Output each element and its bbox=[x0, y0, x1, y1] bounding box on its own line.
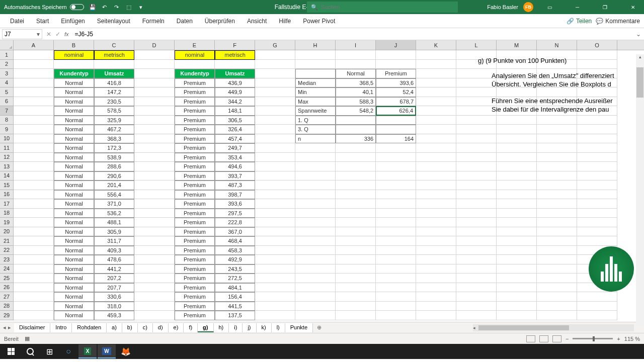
minimize-button[interactable]: ─ bbox=[566, 0, 589, 14]
column-header-I[interactable]: I bbox=[336, 40, 376, 50]
cell-M19[interactable] bbox=[497, 218, 537, 227]
cell-F21[interactable]: 468,4 bbox=[215, 236, 255, 246]
page-layout-view-icon[interactable] bbox=[539, 335, 548, 342]
cell-O10[interactable] bbox=[577, 134, 617, 144]
cell-C15[interactable]: 201,4 bbox=[94, 180, 134, 190]
cell-M25[interactable] bbox=[497, 274, 537, 283]
customize-icon[interactable]: ▾ bbox=[137, 4, 144, 11]
cell-J12[interactable] bbox=[376, 153, 416, 162]
cell-J17[interactable] bbox=[376, 199, 416, 209]
cell-D2[interactable] bbox=[134, 60, 175, 69]
cell-C14[interactable]: 290,6 bbox=[94, 171, 134, 181]
cell-H1[interactable] bbox=[295, 50, 336, 60]
cell-I21[interactable] bbox=[336, 236, 376, 246]
cell-H14[interactable] bbox=[295, 171, 336, 181]
ribbon-tab-daten[interactable]: Daten bbox=[171, 18, 199, 25]
taskbar-search-icon[interactable] bbox=[21, 344, 39, 358]
row-header[interactable]: 5 bbox=[0, 87, 14, 97]
column-header-F[interactable]: F bbox=[215, 40, 255, 50]
cell-J8[interactable] bbox=[376, 116, 416, 125]
row-header[interactable]: 20 bbox=[0, 227, 14, 237]
cell-C21[interactable]: 311,7 bbox=[94, 236, 134, 246]
cell-H16[interactable] bbox=[295, 190, 336, 200]
cell-G26[interactable] bbox=[255, 283, 295, 293]
row-header[interactable]: 10 bbox=[0, 134, 14, 144]
cell-I1[interactable] bbox=[336, 50, 376, 60]
cell-J6[interactable]: 678,7 bbox=[376, 97, 416, 107]
column-header-K[interactable]: K bbox=[416, 40, 456, 50]
vertical-scrollbar[interactable]: ▴ bbox=[636, 54, 644, 326]
cell-C16[interactable]: 556,4 bbox=[94, 190, 134, 200]
cell-C7[interactable]: 578,5 bbox=[94, 106, 134, 116]
cell-E16[interactable]: Premium bbox=[175, 190, 215, 200]
cell-M10[interactable] bbox=[497, 134, 537, 144]
cell-G5[interactable] bbox=[255, 87, 295, 97]
cell-K20[interactable] bbox=[416, 227, 456, 237]
cell-A22[interactable] bbox=[14, 246, 54, 255]
cell-D20[interactable] bbox=[134, 227, 175, 237]
row-header[interactable]: 17 bbox=[0, 199, 14, 209]
cell-I5[interactable]: 40,1 bbox=[336, 87, 376, 97]
cell-H6[interactable]: Max bbox=[295, 97, 336, 107]
sheet-nav-next-icon[interactable]: ▸ bbox=[8, 324, 11, 331]
cell-E1[interactable]: nominal bbox=[175, 50, 215, 60]
cell-B4[interactable]: Normal bbox=[54, 78, 94, 88]
cell-H28[interactable] bbox=[295, 302, 336, 311]
cell-D8[interactable] bbox=[134, 116, 175, 125]
cell-M14[interactable] bbox=[497, 171, 537, 181]
cell-F13[interactable]: 494,6 bbox=[215, 162, 255, 171]
sheet-tab[interactable]: Intro bbox=[50, 323, 72, 332]
ribbon-tab-formeln[interactable]: Formeln bbox=[136, 18, 171, 25]
cell-A27[interactable] bbox=[14, 292, 54, 302]
cell-N18[interactable] bbox=[537, 209, 577, 218]
cell-A19[interactable] bbox=[14, 218, 54, 227]
sheet-tab[interactable]: l) bbox=[272, 323, 285, 332]
cell-E8[interactable]: Premium bbox=[175, 116, 215, 125]
autosave-toggle[interactable]: Automatisches Speichern bbox=[4, 4, 84, 10]
cell-L21[interactable] bbox=[456, 236, 497, 246]
cell-H9[interactable]: 3. Q bbox=[295, 125, 336, 134]
cell-H18[interactable] bbox=[295, 209, 336, 218]
horizontal-scrollbar[interactable]: ◂ bbox=[473, 324, 634, 331]
cell-C8[interactable]: 325,9 bbox=[94, 116, 134, 125]
row-header[interactable]: 8 bbox=[0, 116, 14, 125]
cell-A6[interactable] bbox=[14, 97, 54, 107]
cell-H29[interactable] bbox=[295, 311, 336, 320]
cell-L22[interactable] bbox=[456, 246, 497, 255]
cell-K1[interactable] bbox=[416, 50, 456, 60]
cell-C27[interactable]: 330,6 bbox=[94, 292, 134, 302]
cell-N12[interactable] bbox=[537, 153, 577, 162]
cell-G13[interactable] bbox=[255, 162, 295, 171]
cell-D26[interactable] bbox=[134, 283, 175, 293]
cell-B24[interactable]: Normal bbox=[54, 264, 94, 274]
cell-N9[interactable] bbox=[537, 125, 577, 134]
cell-L5[interactable] bbox=[456, 87, 497, 97]
cell-O27[interactable] bbox=[577, 292, 617, 302]
cell-G23[interactable] bbox=[255, 255, 295, 264]
cell-J20[interactable] bbox=[376, 227, 416, 237]
cell-N23[interactable] bbox=[537, 255, 577, 264]
cell-H20[interactable] bbox=[295, 227, 336, 237]
cell-L13[interactable] bbox=[456, 162, 497, 171]
cell-O14[interactable] bbox=[577, 171, 617, 181]
cell-E26[interactable]: Premium bbox=[175, 283, 215, 293]
cell-D29[interactable] bbox=[134, 311, 175, 320]
cell-B22[interactable]: Normal bbox=[54, 246, 94, 255]
cell-C29[interactable]: 459,3 bbox=[94, 311, 134, 320]
cell-D18[interactable] bbox=[134, 209, 175, 218]
cell-F10[interactable]: 457,4 bbox=[215, 134, 255, 144]
cell-N15[interactable] bbox=[537, 180, 577, 190]
select-all-cell[interactable] bbox=[0, 40, 14, 50]
cell-F18[interactable]: 297,5 bbox=[215, 209, 255, 218]
cell-E27[interactable]: Premium bbox=[175, 292, 215, 302]
cell-G2[interactable] bbox=[255, 60, 295, 69]
cell-E22[interactable]: Premium bbox=[175, 246, 215, 255]
cell-N26[interactable] bbox=[537, 283, 577, 293]
cell-E24[interactable]: Premium bbox=[175, 264, 215, 274]
cell-I26[interactable] bbox=[336, 283, 376, 293]
cell-A5[interactable] bbox=[14, 87, 54, 97]
cell-G28[interactable] bbox=[255, 302, 295, 311]
cell-H5[interactable]: Min bbox=[295, 87, 336, 97]
cell-N8[interactable] bbox=[537, 116, 577, 125]
cell-H8[interactable]: 1. Q bbox=[295, 116, 336, 125]
